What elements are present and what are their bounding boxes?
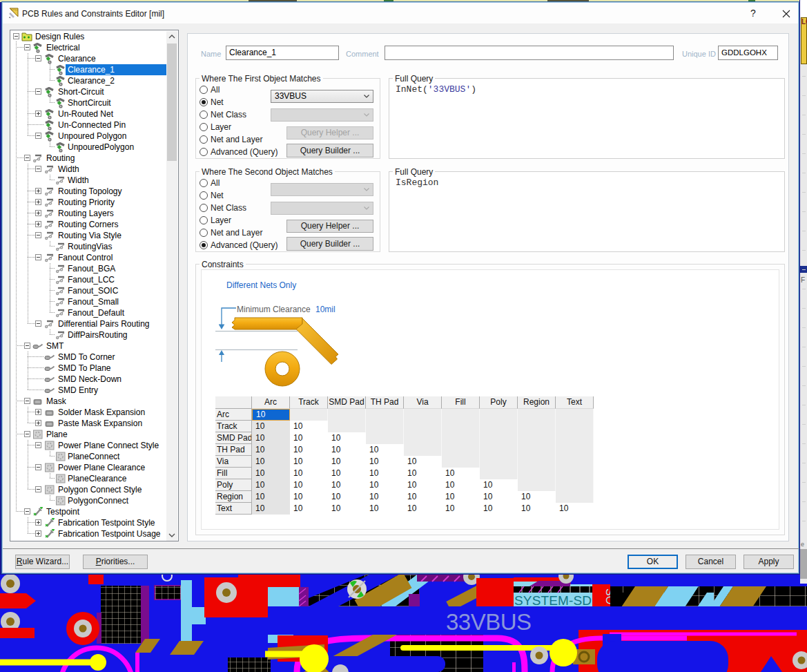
- svg-text:33VBUS: 33VBUS: [446, 609, 532, 635]
- svg-text:SYSTEM-SD: SYSTEM-SD: [514, 593, 592, 608]
